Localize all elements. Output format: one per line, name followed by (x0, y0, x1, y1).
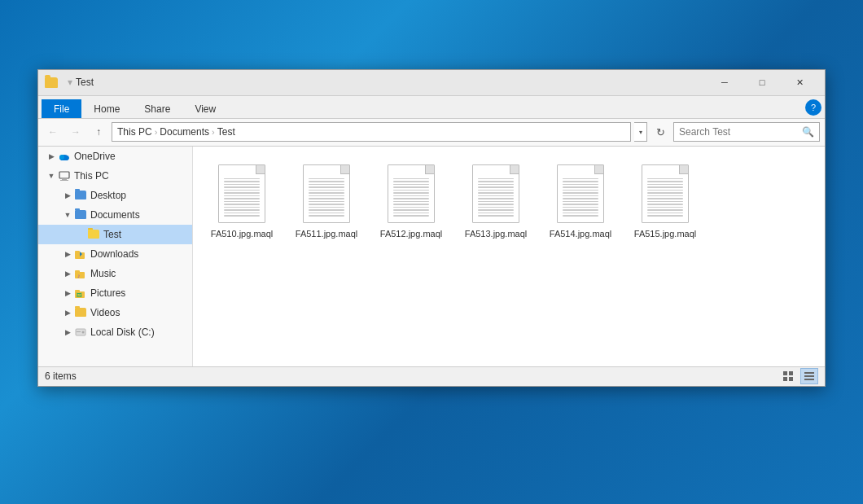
address-dropdown[interactable]: ▾ (634, 122, 647, 142)
tab-view[interactable]: View (182, 99, 228, 118)
sidebar-label-documents: Documents (90, 209, 140, 221)
sidebar-label-pictures: Pictures (90, 287, 125, 299)
file-line (224, 213, 260, 214)
file-line (478, 204, 514, 205)
file-item-0[interactable]: FA510.jpg.maql (201, 155, 283, 247)
file-line (309, 215, 344, 217)
file-line (478, 192, 514, 194)
view-controls (779, 368, 818, 384)
file-line (393, 192, 429, 194)
up-button[interactable]: ↑ (89, 122, 108, 142)
file-name-1: FA511.jpg.maql (296, 229, 357, 239)
file-item-5[interactable]: FA515.jpg.maql (624, 155, 706, 247)
sidebar-item-videos[interactable]: ▶ Videos (38, 303, 192, 322)
file-icon-0 (216, 162, 268, 226)
svg-rect-3 (62, 178, 67, 180)
expand-arrow-pictures: ▶ (61, 287, 74, 300)
tab-file[interactable]: File (42, 99, 81, 118)
file-page-5 (642, 164, 689, 223)
tiles-view-button[interactable] (779, 368, 797, 384)
file-line (309, 192, 344, 194)
file-icon-2 (385, 162, 437, 226)
file-line (647, 192, 683, 194)
file-line (309, 209, 344, 211)
svg-rect-6 (75, 251, 80, 253)
file-line (647, 184, 683, 186)
file-line (647, 186, 683, 188)
svg-rect-21 (804, 372, 814, 374)
svg-rect-16 (77, 331, 81, 332)
sidebar-item-thispc[interactable]: ▼ This PC (38, 166, 192, 186)
sidebar-item-test[interactable]: Test (38, 225, 192, 244)
tab-share[interactable]: Share (132, 99, 182, 118)
file-explorer-window: ▾ Test ─ □ ✕ File Home Share View ? ← → … (37, 69, 826, 387)
file-line (393, 190, 429, 191)
file-page-4 (557, 164, 604, 223)
file-item-1[interactable]: FA511.jpg.maql (286, 155, 367, 247)
sidebar-label-desktop: Desktop (90, 190, 126, 201)
file-item-3[interactable]: FA513.jpg.maql (455, 155, 537, 247)
title-bar-icons (45, 77, 58, 88)
file-line (393, 186, 429, 188)
expand-arrow-thispc: ▼ (45, 169, 58, 182)
file-line (224, 209, 260, 211)
file-line (647, 198, 683, 199)
tab-home[interactable]: Home (81, 99, 132, 118)
sidebar-item-pictures[interactable]: ▶ 🖼 Pictures (38, 283, 192, 303)
minimize-button[interactable]: ─ (706, 69, 743, 95)
expand-arrow-local-disk: ▶ (61, 326, 74, 339)
file-line (224, 192, 260, 194)
file-line (647, 207, 683, 208)
file-line (478, 195, 514, 197)
file-line (393, 204, 429, 205)
sidebar-item-downloads[interactable]: ▶ Downloads (38, 244, 192, 264)
file-name-5: FA515.jpg.maql (634, 229, 696, 239)
file-line (309, 181, 344, 182)
title-separator: ▾ (68, 77, 72, 88)
file-line (224, 184, 260, 186)
file-line (224, 215, 260, 217)
main-content: ▶ OneDrive ▼ This PC ▶ Deskto (38, 147, 825, 366)
file-line (563, 209, 598, 211)
ribbon-tabs: File Home Share View ? (38, 96, 825, 119)
file-line (224, 186, 260, 188)
file-line (478, 184, 514, 186)
search-input[interactable] (679, 126, 802, 138)
file-line (563, 178, 598, 180)
sidebar-label-test: Test (103, 229, 121, 240)
sidebar-item-onedrive[interactable]: ▶ OneDrive (38, 147, 192, 166)
test-folder-icon (87, 228, 100, 241)
svg-rect-22 (804, 375, 814, 377)
list-view-button[interactable] (800, 368, 818, 384)
file-line (224, 181, 260, 182)
file-lines-2 (393, 178, 429, 217)
file-item-2[interactable]: FA512.jpg.maql (370, 155, 452, 247)
file-item-4[interactable]: FA514.jpg.maql (540, 155, 621, 247)
file-line (647, 195, 683, 197)
refresh-button[interactable]: ↻ (651, 122, 670, 142)
sidebar-item-music[interactable]: ▶ ♪ Music (38, 264, 192, 283)
expand-arrow-documents: ▼ (61, 208, 74, 221)
expand-arrow-videos: ▶ (61, 306, 74, 319)
pictures-folder-icon: 🖼 (74, 287, 87, 300)
sidebar-item-desktop[interactable]: ▶ Desktop (38, 186, 192, 205)
forward-button[interactable]: → (66, 122, 85, 142)
sidebar-label-downloads: Downloads (90, 248, 138, 260)
help-button[interactable]: ? (805, 99, 821, 116)
maximize-button[interactable]: □ (743, 69, 781, 95)
address-path[interactable]: This PC › Documents › Test (112, 122, 631, 142)
file-lines-5 (647, 178, 683, 217)
file-line (393, 178, 429, 180)
file-line (563, 190, 598, 191)
search-icon[interactable]: 🔍 (802, 126, 814, 138)
sidebar-item-local-disk[interactable]: ▶ Local Disk (C:) (38, 322, 192, 342)
file-line (309, 186, 344, 188)
back-button[interactable]: ← (43, 122, 63, 142)
expand-arrow-music: ▶ (61, 267, 74, 280)
file-line (563, 198, 598, 199)
sidebar-label-music: Music (90, 268, 116, 279)
sidebar-item-documents[interactable]: ▼ Documents (38, 205, 192, 225)
close-button[interactable]: ✕ (781, 69, 818, 95)
file-line (393, 198, 429, 199)
file-line (224, 198, 260, 199)
